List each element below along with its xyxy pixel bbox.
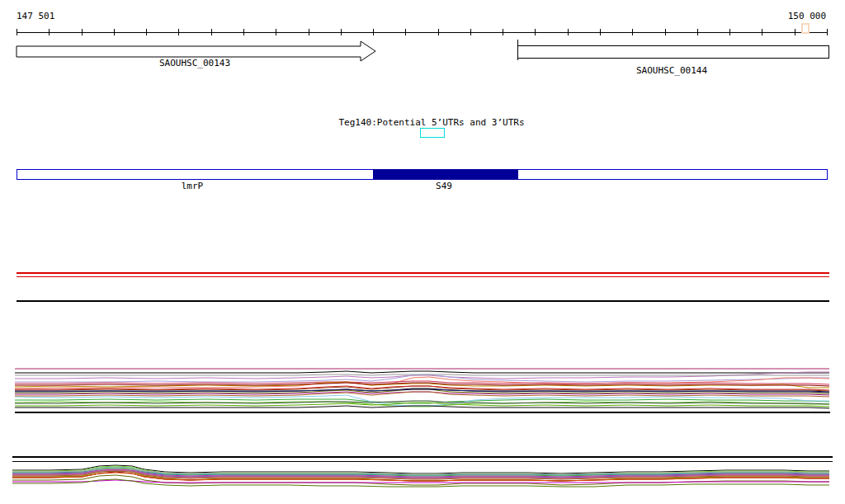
selection-marker[interactable] bbox=[801, 23, 810, 34]
genome-browser-view: 147 501 150 000 SAOUHSC_00143 SAOUHSC_00… bbox=[0, 0, 845, 504]
coverage-graph-2[interactable] bbox=[0, 0, 845, 504]
